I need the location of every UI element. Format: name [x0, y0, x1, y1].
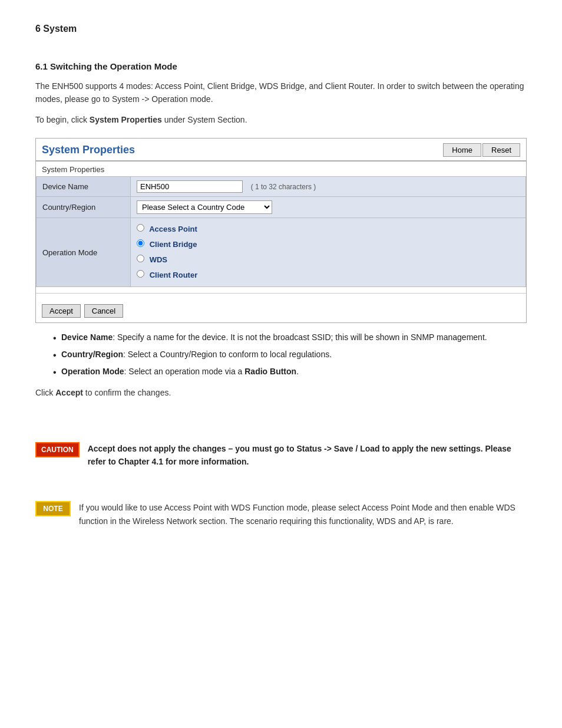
- radio-access-point[interactable]: Access Point: [137, 222, 520, 237]
- note-text: If you would like to use Access Point wi…: [79, 501, 527, 528]
- cancel-button[interactable]: Cancel: [84, 304, 123, 318]
- radio-label-client-bridge: Client Bridge: [150, 240, 197, 249]
- bullet-list: Device Name: Specify a name for the devi…: [53, 331, 527, 378]
- bullet-operation-period: .: [296, 367, 299, 376]
- bullet-country-region: Country/Region: Select a Country/Region …: [53, 348, 527, 361]
- radio-input-wds[interactable]: [137, 255, 144, 262]
- intro-paragraph-2: To begin, click System Properties under …: [35, 113, 527, 126]
- table-row-country-region: Country/Region Please Select a Country C…: [37, 197, 526, 218]
- intro-paragraph-1: The ENH500 supports 4 modes: Access Poin…: [35, 80, 527, 106]
- accept-button[interactable]: Accept: [42, 304, 81, 318]
- radio-input-access-point[interactable]: [137, 224, 144, 232]
- bullet-operation-bold: Operation Mode: [61, 367, 124, 376]
- section-title: 6 System: [35, 24, 527, 34]
- radio-label-client-router: Client Router: [150, 271, 198, 279]
- system-properties-panel: System Properties Home Reset System Prop…: [35, 138, 527, 323]
- bullet-country-bold: Country/Region: [61, 350, 123, 359]
- table-row-device-name: Device Name ( 1 to 32 characters ): [37, 177, 526, 197]
- bullet-country-text: : Select a Country/Region to conform to …: [123, 350, 332, 359]
- sp-header: System Properties Home Reset: [36, 139, 526, 162]
- click-accept-paragraph: Click Accept to confirm the changes.: [35, 386, 527, 399]
- home-button[interactable]: Home: [443, 143, 481, 157]
- caution-block: CAUTION Accept does not apply the change…: [35, 442, 527, 469]
- reset-button[interactable]: Reset: [482, 143, 520, 157]
- accept-cancel-row: Accept Cancel: [36, 299, 526, 322]
- click-accept-text-1: Click: [35, 388, 55, 397]
- operation-mode-label: Operation Mode: [37, 218, 131, 287]
- subsection-title: 6.1 Switching the Operation Mode: [35, 61, 527, 71]
- radio-input-client-router[interactable]: [137, 270, 144, 278]
- operation-mode-cell: Access Point Client Bridge WDS Client Ro…: [131, 218, 526, 287]
- radio-input-client-bridge[interactable]: [137, 239, 144, 247]
- radio-wds[interactable]: WDS: [137, 252, 520, 268]
- device-name-input[interactable]: [137, 180, 243, 193]
- sp-table: Device Name ( 1 to 32 characters ) Count…: [36, 176, 526, 287]
- sp-panel-title: System Properties: [42, 144, 135, 156]
- device-name-label: Device Name: [37, 177, 131, 197]
- note-badge: NOTE: [35, 501, 71, 516]
- device-name-value-cell: ( 1 to 32 characters ): [131, 177, 526, 197]
- country-region-cell: Please Select a Country Code: [131, 197, 526, 218]
- click-accept-text-2: to confirm the changes.: [83, 388, 171, 397]
- radio-client-bridge[interactable]: Client Bridge: [137, 237, 520, 252]
- table-divider: [36, 293, 526, 294]
- note-block: NOTE If you would like to use Access Poi…: [35, 501, 527, 528]
- bullet-device-name: Device Name: Specify a name for the devi…: [53, 331, 527, 344]
- bullet-device-name-text: : Specify a name for the device. It is n…: [113, 332, 487, 342]
- radio-label-access-point: Access Point: [149, 225, 197, 233]
- country-region-label: Country/Region: [37, 197, 131, 218]
- system-properties-bold: System Properties: [90, 115, 162, 124]
- country-select[interactable]: Please Select a Country Code: [137, 200, 272, 214]
- caution-badge: CAUTION: [35, 442, 80, 457]
- bullet-operation-radio-bold: Radio Button: [244, 367, 296, 376]
- radio-client-router[interactable]: Client Router: [137, 268, 520, 283]
- click-accept-bold: Accept: [55, 388, 83, 397]
- sp-section-label: System Properties: [36, 162, 526, 176]
- radio-label-wds: WDS: [150, 255, 167, 264]
- sp-header-buttons: Home Reset: [443, 143, 520, 157]
- bullet-operation-text: : Select an operation mode via a: [124, 367, 245, 376]
- bullet-device-name-bold: Device Name: [61, 332, 113, 342]
- bullet-operation-mode: Operation Mode: Select an operation mode…: [53, 365, 527, 378]
- char-hint: ( 1 to 32 characters ): [251, 183, 316, 191]
- table-row-operation-mode: Operation Mode Access Point Client Bridg…: [37, 218, 526, 287]
- caution-text: Accept does not apply the changes – you …: [88, 442, 527, 469]
